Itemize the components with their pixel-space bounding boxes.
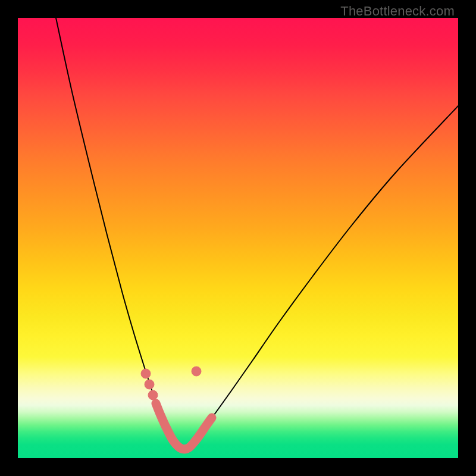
watermark-text: TheBottleneck.com [340,4,455,19]
marker-dot [141,369,151,378]
marker-group [141,367,201,400]
marker-trough-link [156,403,212,449]
marker-dot [192,367,201,376]
marker-dot [145,380,154,389]
bottleneck-curve [56,18,458,451]
chart-svg [18,18,458,458]
plot-area [18,18,458,458]
marker-dot [148,390,158,400]
chart-frame: TheBottleneck.com [0,0,476,476]
